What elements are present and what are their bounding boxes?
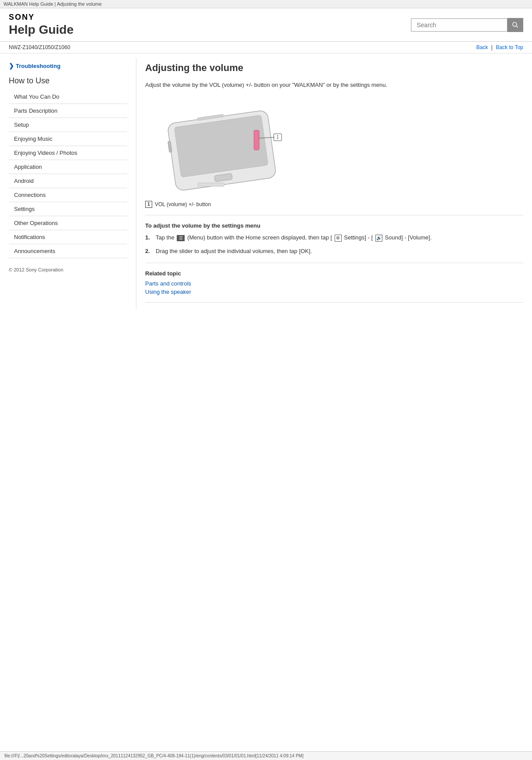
main-container: ❯ Troubleshooting How to Use What You Ca… bbox=[0, 54, 532, 314]
sidebar-nav-link-0[interactable]: What You Can Do bbox=[9, 90, 127, 103]
header-left: SONY Help Guide bbox=[9, 13, 74, 37]
device-image: 1 bbox=[145, 99, 523, 196]
sidebar-nav-link-7[interactable]: Connections bbox=[9, 188, 127, 202]
settings-icon: ⚙ bbox=[335, 235, 342, 242]
search-area bbox=[411, 18, 523, 32]
back-to-top-link[interactable]: Back to Top bbox=[496, 44, 523, 50]
divider-3 bbox=[145, 302, 523, 303]
troubleshooting-link[interactable]: ❯ Troubleshooting bbox=[9, 62, 127, 69]
sidebar-nav-item-10: Notifications bbox=[9, 230, 127, 244]
menu-icon: ☰ bbox=[177, 235, 185, 241]
nav-separator: | bbox=[491, 44, 493, 50]
divider-1 bbox=[145, 215, 523, 215]
sidebar-nav-link-6[interactable]: Android bbox=[9, 174, 127, 188]
related-topic-title: Related topic bbox=[145, 270, 523, 277]
step-1: 1. Tap the ☰ (Menu) button with the Home… bbox=[145, 233, 523, 243]
sidebar-nav-link-3[interactable]: Enjoying Music bbox=[9, 132, 127, 146]
svg-rect-7 bbox=[254, 130, 259, 150]
svg-point-0 bbox=[513, 22, 517, 26]
step-1-num: 1. bbox=[145, 233, 154, 243]
sidebar-nav-link-9[interactable]: Other Operations bbox=[9, 216, 127, 230]
vol-caption: 1 VOL (volume) +/- button bbox=[145, 201, 523, 208]
sidebar-nav-link-5[interactable]: Application bbox=[9, 160, 127, 174]
search-button[interactable] bbox=[507, 18, 523, 32]
related-links: Parts and controlsUsing the speaker bbox=[145, 280, 523, 295]
vol-badge: 1 bbox=[145, 201, 152, 208]
help-guide-title: Help Guide bbox=[9, 23, 74, 37]
sidebar-nav-link-4[interactable]: Enjoying Videos / Photos bbox=[9, 146, 127, 160]
related-link-1[interactable]: Using the speaker bbox=[145, 289, 523, 295]
search-input[interactable] bbox=[411, 18, 507, 32]
how-to-use-heading: How to Use bbox=[9, 76, 127, 86]
sidebar-nav-item-1: Parts Description bbox=[9, 104, 127, 118]
content-area: Adjusting the volume Adjust the volume b… bbox=[136, 58, 523, 310]
sidebar-nav-item-2: Setup bbox=[9, 118, 127, 132]
svg-line-1 bbox=[516, 26, 518, 28]
step-2-num: 2. bbox=[145, 247, 154, 256]
step-2: 2. Drag the slider to adjust the individ… bbox=[145, 247, 523, 256]
header: SONY Help Guide bbox=[0, 8, 532, 42]
sidebar-nav-item-5: Application bbox=[9, 160, 127, 174]
instructions-list: 1. Tap the ☰ (Menu) button with the Home… bbox=[145, 233, 523, 256]
sidebar-nav-link-8[interactable]: Settings bbox=[9, 202, 127, 216]
sidebar-nav-item-0: What You Can Do bbox=[9, 90, 127, 104]
related-link-0[interactable]: Parts and controls bbox=[145, 280, 523, 287]
model-text: NWZ-Z1040/Z1050/Z1060 bbox=[9, 44, 70, 50]
divider-2 bbox=[145, 263, 523, 263]
sidebar-nav-link-10[interactable]: Notifications bbox=[9, 230, 127, 244]
step-1-text: Tap the ☰ (Menu) button with the Home sc… bbox=[156, 233, 432, 243]
related-topic: Related topic Parts and controlsUsing th… bbox=[145, 270, 523, 295]
step-2-text: Drag the slider to adjust the individual… bbox=[156, 247, 312, 256]
svg-text:1: 1 bbox=[276, 135, 279, 139]
svg-rect-11 bbox=[198, 183, 224, 186]
sidebar-nav-item-7: Connections bbox=[9, 188, 127, 202]
intro-text: Adjust the volume by the VOL (volume) +/… bbox=[145, 81, 523, 90]
troubleshooting-label: Troubleshooting bbox=[16, 63, 61, 69]
sidebar-nav-item-11: Announcements bbox=[9, 244, 127, 258]
sidebar-nav-item-3: Enjoying Music bbox=[9, 132, 127, 146]
sidebar-nav-item-4: Enjoying Videos / Photos bbox=[9, 146, 127, 160]
sidebar-copyright: © 2012 Sony Corporation bbox=[9, 267, 127, 272]
sidebar: ❯ Troubleshooting How to Use What You Ca… bbox=[9, 58, 136, 310]
instructions-title: To adjust the volume by the settings men… bbox=[145, 222, 523, 229]
nav-bar-links: Back | Back to Top bbox=[476, 44, 523, 50]
page-title: Adjusting the volume bbox=[145, 62, 523, 74]
sound-icon: 🔊 bbox=[375, 235, 382, 242]
sidebar-nav-link-2[interactable]: Setup bbox=[9, 118, 127, 132]
vol-caption-text: VOL (volume) +/- button bbox=[155, 201, 211, 207]
search-icon bbox=[512, 21, 519, 29]
sidebar-nav-link-11[interactable]: Announcements bbox=[9, 244, 127, 258]
sony-logo: SONY bbox=[9, 13, 74, 22]
sidebar-nav-item-9: Other Operations bbox=[9, 216, 127, 230]
sidebar-nav-link-1[interactable]: Parts Description bbox=[9, 104, 127, 118]
browser-title-bar: WALKMAN Help Guide | Adjusting the volum… bbox=[0, 0, 532, 8]
sidebar-nav-item-8: Settings bbox=[9, 202, 127, 216]
sidebar-nav-list: What You Can DoParts DescriptionSetupEnj… bbox=[9, 90, 127, 258]
nav-bar: NWZ-Z1040/Z1050/Z1060 Back | Back to Top bbox=[0, 42, 532, 54]
back-link[interactable]: Back bbox=[476, 44, 488, 50]
sidebar-nav-item-6: Android bbox=[9, 174, 127, 188]
arrow-icon: ❯ bbox=[9, 62, 14, 69]
